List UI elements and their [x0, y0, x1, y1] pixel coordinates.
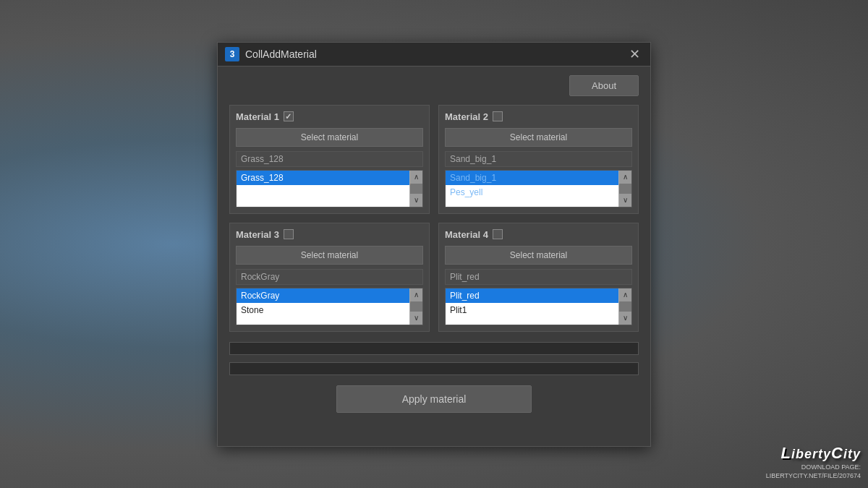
progress-rows [229, 342, 639, 375]
scroll-down-icon[interactable]: ∨ [410, 194, 422, 207]
scroll-down-icon[interactable]: ∨ [619, 312, 631, 325]
material4-items: Plit_red Plit1 [446, 288, 618, 325]
title-bar: 3 CollAddMaterial ✕ [218, 43, 650, 67]
material2-scrollbar: ∧ ∨ [618, 171, 631, 207]
watermark-logo: LibertyCity [766, 444, 861, 463]
material4-scrollbar: ∧ ∨ [618, 288, 631, 325]
material2-label: Material 2 [445, 111, 488, 122]
material3-label: Material 3 [236, 229, 279, 240]
progress-bar-1 [229, 342, 639, 355]
list-item[interactable]: RockGray [237, 288, 409, 303]
material1-label: Material 1 [236, 111, 279, 122]
material2-header: Material 2 [445, 111, 632, 122]
material2-select-btn[interactable]: Select material [445, 128, 632, 147]
scroll-up-icon[interactable]: ∧ [410, 171, 422, 184]
watermark-download-label: DOWNLOAD PAGE: [766, 463, 861, 472]
list-item[interactable]: Plit1 [446, 303, 618, 317]
dialog-title: CollAddMaterial [245, 48, 621, 60]
material2-panel: Material 2 Select material Sand_big_1 Sa… [438, 105, 639, 214]
scroll-up-icon[interactable]: ∧ [619, 171, 631, 184]
material4-value: Plit_red [445, 269, 632, 285]
list-item[interactable]: Plit_red [446, 288, 618, 303]
material1-panel: Material 1 Select material Grass_128 Gra… [229, 105, 430, 214]
watermark: LibertyCity DOWNLOAD PAGE: LIBERTYCITY.N… [766, 444, 861, 481]
material4-panel: Material 4 Select material Plit_red Plit… [438, 223, 639, 332]
progress-bar-2 [229, 362, 639, 375]
watermark-download-url: LIBERTYCITY.NET/FILE/207674 [766, 471, 861, 481]
material3-value: RockGray [236, 269, 423, 285]
material4-header: Material 4 [445, 229, 632, 240]
material3-panel: Material 3 Select material RockGray Rock… [229, 223, 430, 332]
scroll-down-icon[interactable]: ∨ [410, 312, 422, 325]
material1-checkbox[interactable] [284, 111, 294, 121]
material1-scrollbar: ∧ ∨ [409, 171, 422, 207]
material1-value: Grass_128 [236, 151, 423, 167]
scroll-track [410, 301, 422, 312]
scroll-track [619, 301, 631, 312]
material2-items: Sand_big_1 Pes_yell [446, 171, 618, 207]
material2-value: Sand_big_1 [445, 151, 632, 167]
list-item[interactable]: Pes_yell [446, 185, 618, 200]
scroll-up-icon[interactable]: ∧ [410, 288, 422, 301]
about-row: About [229, 75, 639, 96]
material2-checkbox[interactable] [493, 111, 503, 121]
scroll-track [619, 184, 631, 194]
about-button[interactable]: About [569, 75, 639, 96]
material4-label: Material 4 [445, 229, 488, 240]
material4-select-btn[interactable]: Select material [445, 246, 632, 265]
scroll-up-icon[interactable]: ∧ [619, 288, 631, 301]
material3-header: Material 3 [236, 229, 423, 240]
material1-listbox[interactable]: Grass_128 ∧ ∨ [236, 170, 423, 207]
material3-select-btn[interactable]: Select material [236, 246, 423, 265]
materials-grid: Material 1 Select material Grass_128 Gra… [229, 105, 639, 332]
material3-items: RockGray Stone [237, 288, 409, 325]
coll-add-material-dialog: 3 CollAddMaterial ✕ About Material 1 Sel… [217, 42, 651, 447]
material3-checkbox[interactable] [284, 229, 294, 239]
close-button[interactable]: ✕ [626, 48, 643, 61]
dialog-body: About Material 1 Select material Grass_1… [218, 67, 650, 421]
material4-checkbox[interactable] [493, 229, 503, 239]
title-icon: 3 [225, 47, 239, 61]
material1-items: Grass_128 [237, 171, 409, 207]
apply-material-button[interactable]: Apply material [336, 385, 532, 413]
scroll-down-icon[interactable]: ∨ [619, 194, 631, 207]
material1-select-btn[interactable]: Select material [236, 128, 423, 147]
scroll-track [410, 184, 422, 194]
material1-header: Material 1 [236, 111, 423, 122]
list-item[interactable]: Sand_big_1 [446, 171, 618, 185]
list-item[interactable]: Grass_128 [237, 171, 409, 185]
list-item[interactable]: Stone [237, 303, 409, 317]
material3-listbox[interactable]: RockGray Stone ∧ ∨ [236, 288, 423, 325]
material3-scrollbar: ∧ ∨ [409, 288, 422, 325]
material2-listbox[interactable]: Sand_big_1 Pes_yell ∧ ∨ [445, 170, 632, 207]
material4-listbox[interactable]: Plit_red Plit1 ∧ ∨ [445, 288, 632, 325]
